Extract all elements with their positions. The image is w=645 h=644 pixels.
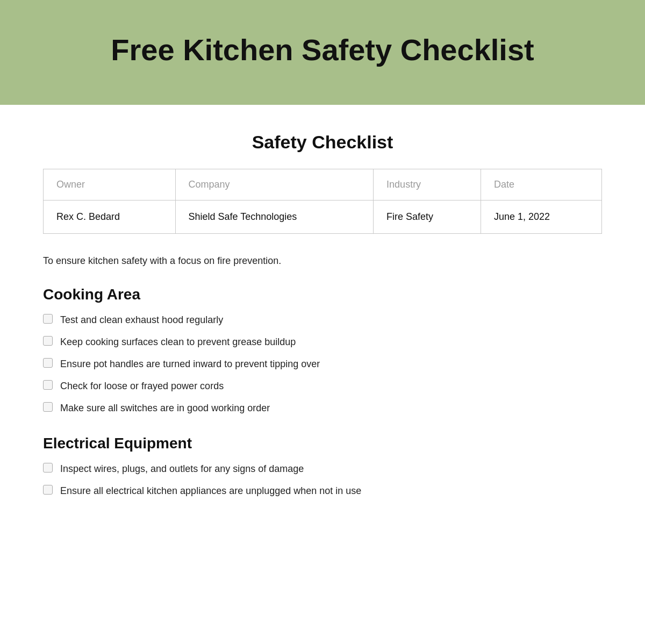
checkbox-icon[interactable] — [43, 314, 53, 324]
checkbox-icon[interactable] — [43, 463, 53, 473]
checklist-container: Cooking AreaTest and clean exhaust hood … — [43, 286, 602, 498]
description-text: To ensure kitchen safety with a focus on… — [43, 253, 602, 269]
checklist-section-title-1: Electrical Equipment — [43, 435, 602, 452]
list-item[interactable]: Keep cooking surfaces clean to prevent g… — [43, 335, 602, 349]
list-item[interactable]: Ensure pot handles are turned inward to … — [43, 357, 602, 371]
cell-industry: Fire Safety — [374, 201, 481, 234]
checkbox-icon[interactable] — [43, 380, 53, 390]
page-title: Free Kitchen Safety Checklist — [111, 32, 534, 67]
list-item-text: Test and clean exhaust hood regularly — [60, 313, 223, 327]
list-item-text: Ensure all electrical kitchen appliances… — [60, 484, 361, 498]
list-item[interactable]: Make sure all switches are in good worki… — [43, 401, 602, 416]
info-table: Owner Company Industry Date Rex C. Bedar… — [43, 169, 602, 234]
list-item-text: Ensure pot handles are turned inward to … — [60, 357, 320, 371]
col-header-owner: Owner — [44, 169, 176, 201]
section-heading: Safety Checklist — [43, 132, 602, 153]
cell-company: Shield Safe Technologies — [175, 201, 374, 234]
checklist-1: Inspect wires, plugs, and outlets for an… — [43, 462, 602, 498]
col-header-company: Company — [175, 169, 374, 201]
checkbox-icon[interactable] — [43, 485, 53, 495]
checklist-0: Test and clean exhaust hood regularlyKee… — [43, 313, 602, 416]
list-item[interactable]: Test and clean exhaust hood regularly — [43, 313, 602, 327]
list-item[interactable]: Check for loose or frayed power cords — [43, 379, 602, 393]
checkbox-icon[interactable] — [43, 358, 53, 368]
list-item-text: Check for loose or frayed power cords — [60, 379, 224, 393]
list-item-text: Make sure all switches are in good worki… — [60, 401, 270, 416]
table-row: Rex C. Bedard Shield Safe Technologies F… — [44, 201, 602, 234]
cell-date: June 1, 2022 — [481, 201, 601, 234]
list-item[interactable]: Ensure all electrical kitchen appliances… — [43, 484, 602, 498]
main-content: Safety Checklist Owner Company Industry … — [0, 105, 645, 550]
checklist-section-title-0: Cooking Area — [43, 286, 602, 303]
header-banner: Free Kitchen Safety Checklist — [0, 0, 645, 105]
checkbox-icon[interactable] — [43, 336, 53, 346]
cell-owner: Rex C. Bedard — [44, 201, 176, 234]
list-item-text: Inspect wires, plugs, and outlets for an… — [60, 462, 304, 476]
col-header-date: Date — [481, 169, 601, 201]
checkbox-icon[interactable] — [43, 402, 53, 412]
list-item[interactable]: Inspect wires, plugs, and outlets for an… — [43, 462, 602, 476]
col-header-industry: Industry — [374, 169, 481, 201]
list-item-text: Keep cooking surfaces clean to prevent g… — [60, 335, 296, 349]
